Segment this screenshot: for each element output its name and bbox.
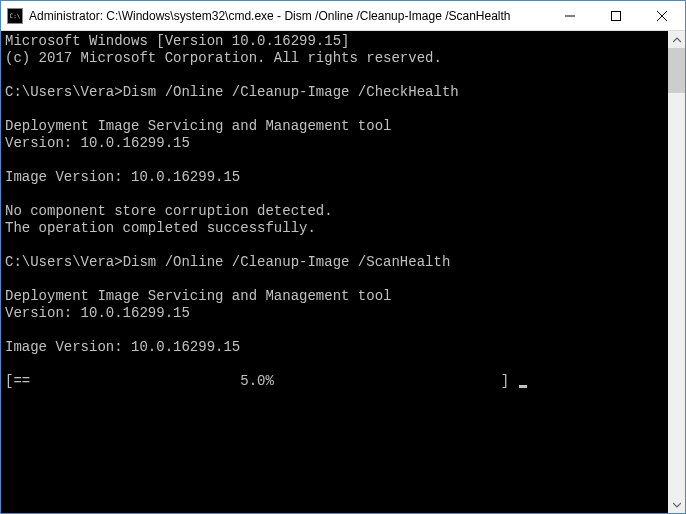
command-1: Dism /Online /Cleanup-Image /CheckHealth bbox=[123, 84, 459, 100]
maximize-icon bbox=[611, 11, 621, 21]
window-controls bbox=[547, 1, 685, 30]
terminal-output[interactable]: Microsoft Windows [Version 10.0.16299.15… bbox=[1, 31, 668, 513]
svg-rect-1 bbox=[612, 11, 621, 20]
scrollbar-thumb[interactable] bbox=[668, 48, 685, 93]
close-icon bbox=[657, 11, 667, 21]
tool-version-2: Version: 10.0.16299.15 bbox=[5, 305, 190, 321]
titlebar: Administrator: C:\Windows\system32\cmd.e… bbox=[1, 1, 685, 31]
copyright: (c) 2017 Microsoft Corporation. All righ… bbox=[5, 50, 442, 66]
chevron-down-icon bbox=[673, 501, 681, 509]
maximize-button[interactable] bbox=[593, 1, 639, 30]
vertical-scrollbar[interactable] bbox=[668, 31, 685, 513]
command-2: Dism /Online /Cleanup-Image /ScanHealth bbox=[123, 254, 451, 270]
scroll-down-button[interactable] bbox=[668, 496, 685, 513]
tool-version-1: Version: 10.0.16299.15 bbox=[5, 135, 190, 151]
scrollbar-track[interactable] bbox=[668, 48, 685, 496]
chevron-up-icon bbox=[673, 36, 681, 44]
result-line-2: The operation completed successfully. bbox=[5, 220, 316, 236]
tool-name-2: Deployment Image Servicing and Managemen… bbox=[5, 288, 391, 304]
progress-bar: [== 5.0% ] bbox=[5, 373, 517, 389]
window-title: Administrator: C:\Windows\system32\cmd.e… bbox=[29, 9, 547, 23]
tool-name-1: Deployment Image Servicing and Managemen… bbox=[5, 118, 391, 134]
result-line-1: No component store corruption detected. bbox=[5, 203, 333, 219]
image-version-2: Image Version: 10.0.16299.15 bbox=[5, 339, 240, 355]
prompt-path-2: C:\Users\Vera> bbox=[5, 254, 123, 270]
prompt-path-1: C:\Users\Vera> bbox=[5, 84, 123, 100]
prompt-line-1: C:\Users\Vera>Dism /Online /Cleanup-Imag… bbox=[5, 84, 459, 100]
os-header: Microsoft Windows [Version 10.0.16299.15… bbox=[5, 33, 349, 49]
minimize-button[interactable] bbox=[547, 1, 593, 30]
prompt-line-2: C:\Users\Vera>Dism /Online /Cleanup-Imag… bbox=[5, 254, 450, 270]
cursor bbox=[519, 385, 527, 388]
terminal-container: Microsoft Windows [Version 10.0.16299.15… bbox=[1, 31, 685, 513]
minimize-icon bbox=[565, 11, 575, 21]
close-button[interactable] bbox=[639, 1, 685, 30]
image-version-1: Image Version: 10.0.16299.15 bbox=[5, 169, 240, 185]
cmd-icon bbox=[7, 8, 23, 24]
scroll-up-button[interactable] bbox=[668, 31, 685, 48]
